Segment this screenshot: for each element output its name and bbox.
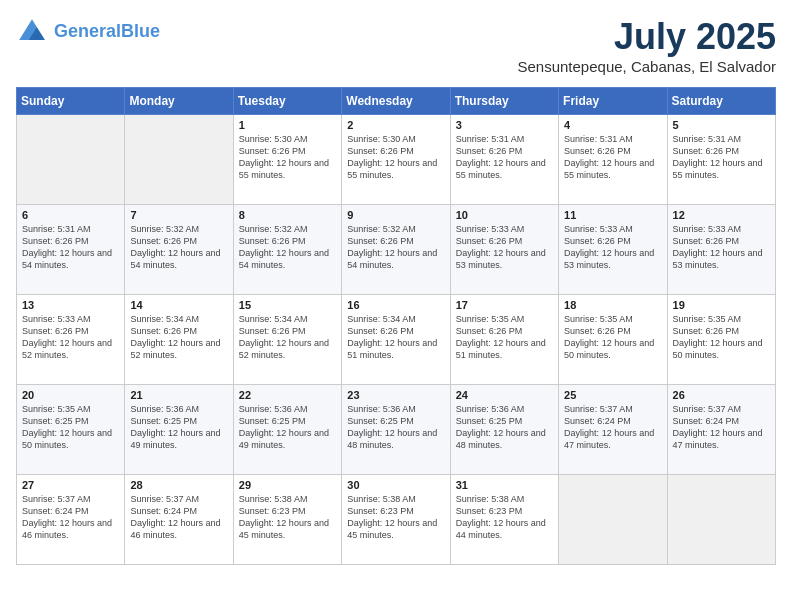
week-row-4: 20Sunrise: 5:35 AMSunset: 6:25 PMDayligh… xyxy=(17,385,776,475)
day-info: Sunrise: 5:38 AMSunset: 6:23 PMDaylight:… xyxy=(239,493,336,542)
calendar-header: SundayMondayTuesdayWednesdayThursdayFrid… xyxy=(17,88,776,115)
day-number: 25 xyxy=(564,389,661,401)
calendar-cell: 5Sunrise: 5:31 AMSunset: 6:26 PMDaylight… xyxy=(667,115,775,205)
calendar-subtitle: Sensuntepeque, Cabanas, El Salvador xyxy=(517,58,776,75)
day-info: Sunrise: 5:34 AMSunset: 6:26 PMDaylight:… xyxy=(130,313,227,362)
logo-text: GeneralBlue xyxy=(54,22,160,42)
calendar-cell: 16Sunrise: 5:34 AMSunset: 6:26 PMDayligh… xyxy=(342,295,450,385)
day-info: Sunrise: 5:37 AMSunset: 6:24 PMDaylight:… xyxy=(22,493,119,542)
logo-icon xyxy=(16,16,48,48)
day-number: 15 xyxy=(239,299,336,311)
day-number: 17 xyxy=(456,299,553,311)
day-info: Sunrise: 5:35 AMSunset: 6:26 PMDaylight:… xyxy=(564,313,661,362)
day-number: 23 xyxy=(347,389,444,401)
day-number: 14 xyxy=(130,299,227,311)
calendar-cell: 6Sunrise: 5:31 AMSunset: 6:26 PMDaylight… xyxy=(17,205,125,295)
calendar-cell xyxy=(667,475,775,565)
day-number: 3 xyxy=(456,119,553,131)
day-info: Sunrise: 5:32 AMSunset: 6:26 PMDaylight:… xyxy=(130,223,227,272)
day-number: 22 xyxy=(239,389,336,401)
calendar-table: SundayMondayTuesdayWednesdayThursdayFrid… xyxy=(16,87,776,565)
calendar-cell: 23Sunrise: 5:36 AMSunset: 6:25 PMDayligh… xyxy=(342,385,450,475)
day-number: 8 xyxy=(239,209,336,221)
day-number: 31 xyxy=(456,479,553,491)
calendar-cell: 8Sunrise: 5:32 AMSunset: 6:26 PMDaylight… xyxy=(233,205,341,295)
weekday-header-monday: Monday xyxy=(125,88,233,115)
day-info: Sunrise: 5:36 AMSunset: 6:25 PMDaylight:… xyxy=(130,403,227,452)
weekday-header-wednesday: Wednesday xyxy=(342,88,450,115)
calendar-cell: 2Sunrise: 5:30 AMSunset: 6:26 PMDaylight… xyxy=(342,115,450,205)
day-info: Sunrise: 5:31 AMSunset: 6:26 PMDaylight:… xyxy=(456,133,553,182)
day-info: Sunrise: 5:33 AMSunset: 6:26 PMDaylight:… xyxy=(673,223,770,272)
day-info: Sunrise: 5:31 AMSunset: 6:26 PMDaylight:… xyxy=(673,133,770,182)
day-info: Sunrise: 5:37 AMSunset: 6:24 PMDaylight:… xyxy=(564,403,661,452)
calendar-cell xyxy=(125,115,233,205)
week-row-1: 1Sunrise: 5:30 AMSunset: 6:26 PMDaylight… xyxy=(17,115,776,205)
calendar-cell: 20Sunrise: 5:35 AMSunset: 6:25 PMDayligh… xyxy=(17,385,125,475)
calendar-cell: 14Sunrise: 5:34 AMSunset: 6:26 PMDayligh… xyxy=(125,295,233,385)
calendar-cell xyxy=(17,115,125,205)
calendar-cell: 19Sunrise: 5:35 AMSunset: 6:26 PMDayligh… xyxy=(667,295,775,385)
calendar-cell: 3Sunrise: 5:31 AMSunset: 6:26 PMDaylight… xyxy=(450,115,558,205)
weekday-header-friday: Friday xyxy=(559,88,667,115)
day-info: Sunrise: 5:35 AMSunset: 6:25 PMDaylight:… xyxy=(22,403,119,452)
day-info: Sunrise: 5:38 AMSunset: 6:23 PMDaylight:… xyxy=(456,493,553,542)
calendar-cell: 27Sunrise: 5:37 AMSunset: 6:24 PMDayligh… xyxy=(17,475,125,565)
calendar-cell: 22Sunrise: 5:36 AMSunset: 6:25 PMDayligh… xyxy=(233,385,341,475)
calendar-cell: 7Sunrise: 5:32 AMSunset: 6:26 PMDaylight… xyxy=(125,205,233,295)
day-info: Sunrise: 5:36 AMSunset: 6:25 PMDaylight:… xyxy=(239,403,336,452)
logo-line1: General xyxy=(54,21,121,41)
calendar-cell: 9Sunrise: 5:32 AMSunset: 6:26 PMDaylight… xyxy=(342,205,450,295)
weekday-row: SundayMondayTuesdayWednesdayThursdayFrid… xyxy=(17,88,776,115)
logo-line2: Blue xyxy=(121,21,160,41)
page-header: GeneralBlue July 2025 Sensuntepeque, Cab… xyxy=(16,16,776,75)
day-number: 19 xyxy=(673,299,770,311)
day-number: 6 xyxy=(22,209,119,221)
day-info: Sunrise: 5:37 AMSunset: 6:24 PMDaylight:… xyxy=(130,493,227,542)
calendar-cell: 11Sunrise: 5:33 AMSunset: 6:26 PMDayligh… xyxy=(559,205,667,295)
day-number: 10 xyxy=(456,209,553,221)
day-number: 5 xyxy=(673,119,770,131)
day-number: 26 xyxy=(673,389,770,401)
calendar-cell: 25Sunrise: 5:37 AMSunset: 6:24 PMDayligh… xyxy=(559,385,667,475)
day-info: Sunrise: 5:31 AMSunset: 6:26 PMDaylight:… xyxy=(22,223,119,272)
day-info: Sunrise: 5:38 AMSunset: 6:23 PMDaylight:… xyxy=(347,493,444,542)
title-block: July 2025 Sensuntepeque, Cabanas, El Sal… xyxy=(517,16,776,75)
calendar-cell: 15Sunrise: 5:34 AMSunset: 6:26 PMDayligh… xyxy=(233,295,341,385)
day-info: Sunrise: 5:31 AMSunset: 6:26 PMDaylight:… xyxy=(564,133,661,182)
day-info: Sunrise: 5:35 AMSunset: 6:26 PMDaylight:… xyxy=(456,313,553,362)
day-number: 20 xyxy=(22,389,119,401)
day-number: 16 xyxy=(347,299,444,311)
calendar-cell: 24Sunrise: 5:36 AMSunset: 6:25 PMDayligh… xyxy=(450,385,558,475)
day-number: 21 xyxy=(130,389,227,401)
week-row-5: 27Sunrise: 5:37 AMSunset: 6:24 PMDayligh… xyxy=(17,475,776,565)
day-number: 27 xyxy=(22,479,119,491)
calendar-cell: 17Sunrise: 5:35 AMSunset: 6:26 PMDayligh… xyxy=(450,295,558,385)
calendar-cell: 29Sunrise: 5:38 AMSunset: 6:23 PMDayligh… xyxy=(233,475,341,565)
weekday-header-thursday: Thursday xyxy=(450,88,558,115)
calendar-cell: 12Sunrise: 5:33 AMSunset: 6:26 PMDayligh… xyxy=(667,205,775,295)
day-number: 30 xyxy=(347,479,444,491)
weekday-header-saturday: Saturday xyxy=(667,88,775,115)
logo: GeneralBlue xyxy=(16,16,160,48)
week-row-2: 6Sunrise: 5:31 AMSunset: 6:26 PMDaylight… xyxy=(17,205,776,295)
calendar-cell: 31Sunrise: 5:38 AMSunset: 6:23 PMDayligh… xyxy=(450,475,558,565)
day-number: 24 xyxy=(456,389,553,401)
day-number: 13 xyxy=(22,299,119,311)
day-number: 1 xyxy=(239,119,336,131)
calendar-cell: 30Sunrise: 5:38 AMSunset: 6:23 PMDayligh… xyxy=(342,475,450,565)
calendar-cell: 13Sunrise: 5:33 AMSunset: 6:26 PMDayligh… xyxy=(17,295,125,385)
day-number: 12 xyxy=(673,209,770,221)
day-number: 9 xyxy=(347,209,444,221)
day-info: Sunrise: 5:36 AMSunset: 6:25 PMDaylight:… xyxy=(456,403,553,452)
calendar-cell: 1Sunrise: 5:30 AMSunset: 6:26 PMDaylight… xyxy=(233,115,341,205)
weekday-header-tuesday: Tuesday xyxy=(233,88,341,115)
day-number: 4 xyxy=(564,119,661,131)
day-info: Sunrise: 5:30 AMSunset: 6:26 PMDaylight:… xyxy=(239,133,336,182)
day-info: Sunrise: 5:35 AMSunset: 6:26 PMDaylight:… xyxy=(673,313,770,362)
day-info: Sunrise: 5:32 AMSunset: 6:26 PMDaylight:… xyxy=(347,223,444,272)
day-info: Sunrise: 5:34 AMSunset: 6:26 PMDaylight:… xyxy=(239,313,336,362)
weekday-header-sunday: Sunday xyxy=(17,88,125,115)
day-info: Sunrise: 5:33 AMSunset: 6:26 PMDaylight:… xyxy=(22,313,119,362)
day-info: Sunrise: 5:33 AMSunset: 6:26 PMDaylight:… xyxy=(564,223,661,272)
